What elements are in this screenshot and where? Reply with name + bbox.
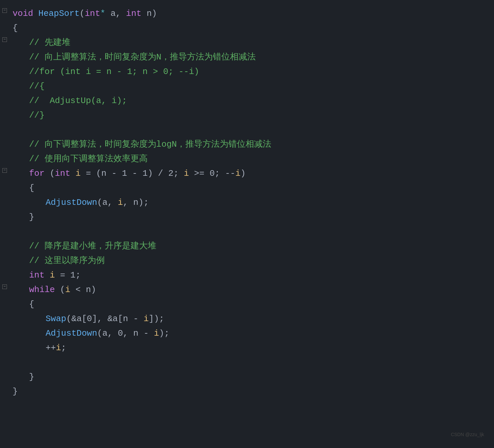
token: ) xyxy=(241,168,246,178)
token xyxy=(70,168,76,178)
fold-col xyxy=(0,370,9,372)
token: } xyxy=(29,372,34,382)
line-content: //{ xyxy=(26,80,494,93)
code-block: −void HeapSort(int* a, int n){−// 先建堆// … xyxy=(0,7,494,399)
line-content: } xyxy=(9,385,494,399)
fold-col xyxy=(0,123,9,125)
token: ( xyxy=(80,9,85,19)
fold-col xyxy=(0,341,9,343)
code-line: // 降序是建小堆，升序是建大堆 xyxy=(0,239,494,254)
token: for xyxy=(29,168,45,178)
code-line: { xyxy=(0,181,494,196)
fold-col xyxy=(0,80,9,81)
fold-col xyxy=(0,65,9,66)
code-line: Swap(&a[0], &a[n - i]); xyxy=(0,312,494,326)
fold-col xyxy=(0,210,9,212)
line-content: { xyxy=(26,181,494,195)
token: * xyxy=(100,9,105,19)
token: i xyxy=(75,168,81,178)
token: , n); xyxy=(123,198,149,207)
line-content: // 向下调整算法，时间复杂度为logN，推导方法为错位相减法 xyxy=(26,138,494,152)
token: i xyxy=(65,285,70,295)
token: // 先建堆 xyxy=(29,38,70,48)
code-line: // 使用向下调整算法效率更高 xyxy=(0,152,494,167)
token xyxy=(121,9,126,19)
token: ]); xyxy=(149,314,164,324)
token: a xyxy=(105,9,116,19)
token: ); xyxy=(159,328,169,338)
fold-col xyxy=(0,225,9,226)
line-content: { xyxy=(26,298,494,312)
token: (a, xyxy=(97,198,118,207)
code-line: // 向下调整算法，时间复杂度为logN，推导方法为错位相减法 xyxy=(0,137,494,152)
token: (&a[0], &a[n - xyxy=(66,314,143,324)
fold-minus-icon[interactable]: − xyxy=(2,8,7,13)
code-line: −void HeapSort(int* a, int n) xyxy=(0,7,494,21)
line-content: } xyxy=(26,370,494,384)
token: i xyxy=(154,328,159,338)
watermark: CSDN @zzu_ljk xyxy=(451,431,484,438)
token: >= 0; -- xyxy=(189,168,235,178)
token: AdjustDown xyxy=(46,198,97,207)
fold-col xyxy=(0,51,9,52)
token: // 向下调整算法，时间复杂度为logN，推导方法为错位相减法 xyxy=(29,139,271,149)
token: // AdjustUp(a, i); xyxy=(29,96,127,106)
token: { xyxy=(29,299,34,309)
code-line: //} xyxy=(0,108,494,123)
token: // 降序是建小堆，升序是建大堆 xyxy=(29,241,156,251)
fold-col: − xyxy=(0,36,9,42)
line-content: int i = 1; xyxy=(26,269,494,282)
code-line: // 这里以降序为例 xyxy=(0,254,494,268)
token xyxy=(33,9,38,19)
fold-col xyxy=(0,181,9,183)
token xyxy=(45,270,50,280)
token: (a, 0, n - xyxy=(97,328,154,338)
token: = 1; xyxy=(55,270,81,280)
code-line xyxy=(0,123,494,137)
fold-col xyxy=(0,109,9,110)
token: // 这里以降序为例 xyxy=(29,256,105,266)
token: //} xyxy=(29,110,45,120)
token: AdjustDown xyxy=(46,328,97,338)
token: // 使用向下调整算法效率更高 xyxy=(29,154,148,164)
token: i xyxy=(235,168,241,178)
code-line: //for (int i = n - 1; n > 0; --i) xyxy=(0,65,494,79)
fold-minus-icon[interactable]: − xyxy=(2,168,7,173)
token: HeapSort xyxy=(38,9,80,19)
token: i xyxy=(184,168,189,178)
line-content: // AdjustUp(a, i); xyxy=(26,94,494,108)
line-content: void HeapSort(int* a, int n) xyxy=(9,7,494,21)
code-line: int i = 1; xyxy=(0,268,494,283)
line-content: //} xyxy=(26,109,494,123)
code-line xyxy=(0,355,494,370)
token: int xyxy=(29,270,45,280)
fold-minus-icon[interactable]: − xyxy=(2,284,7,289)
fold-col: − xyxy=(0,283,9,289)
token: = (n - 1 - 1) / 2; xyxy=(81,168,184,178)
line-content: // 降序是建小堆，升序是建大堆 xyxy=(26,240,494,253)
fold-minus-icon[interactable]: − xyxy=(2,37,7,42)
code-line: //{ xyxy=(0,79,494,94)
token: i xyxy=(50,270,55,280)
code-line: ++i; xyxy=(0,341,494,355)
token: } xyxy=(13,387,18,396)
token: //for (int i = n - 1; n > 0; --i) xyxy=(29,67,199,77)
fold-col xyxy=(0,269,9,270)
fold-col xyxy=(0,240,9,241)
code-line: } xyxy=(0,210,494,225)
code-line: AdjustDown(a, i, n); xyxy=(0,196,494,210)
fold-col xyxy=(0,356,9,357)
token: ++ xyxy=(46,343,56,353)
token: { xyxy=(13,23,18,33)
code-line: { xyxy=(0,21,494,36)
code-line: AdjustDown(a, 0, n - i); xyxy=(0,326,494,341)
token: ( xyxy=(45,168,55,178)
line-content: // 先建堆 xyxy=(26,36,494,50)
fold-col xyxy=(0,152,9,154)
line-content: for (int i = (n - 1 - 1) / 2; i >= 0; --… xyxy=(26,167,494,181)
token: int xyxy=(126,9,141,19)
token: Swap xyxy=(46,314,66,324)
fold-col: − xyxy=(0,7,9,13)
line-content: // 向上调整算法，时间复杂度为N，推导方法为错位相减法 xyxy=(26,51,494,64)
code-line: // 向上调整算法，时间复杂度为N，推导方法为错位相减法 xyxy=(0,50,494,65)
